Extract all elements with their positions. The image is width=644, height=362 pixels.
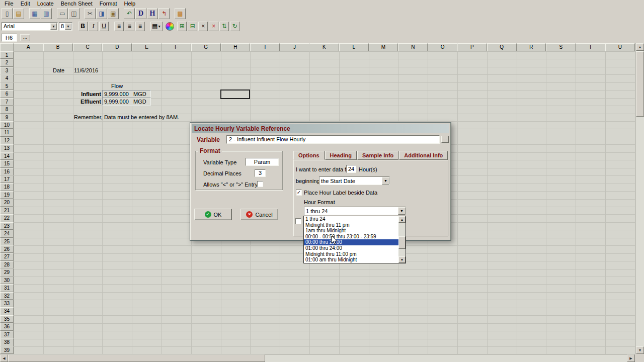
row-header[interactable]: 33	[0, 300, 14, 307]
scroll-right-icon[interactable]: ▶	[627, 354, 635, 362]
menu-edit[interactable]: Edit	[17, 1, 34, 7]
influent-label-cell[interactable]: Influent	[68, 90, 101, 98]
hour-format-select[interactable]: 1 thru 24 ▼	[304, 207, 406, 215]
column-header[interactable]: S	[546, 43, 576, 51]
scroll-down-icon[interactable]: ▼	[636, 346, 644, 354]
column-header[interactable]: E	[132, 43, 162, 51]
menu-locate[interactable]: Locate	[34, 1, 57, 7]
tab-options[interactable]: Options	[293, 151, 325, 160]
column-header[interactable]: Q	[487, 43, 517, 51]
toolbar-button[interactable]: ⇅	[219, 22, 229, 31]
row-header[interactable]: 9	[0, 114, 14, 121]
row-header[interactable]: 14	[0, 152, 14, 160]
toolbar-button[interactable]: ▣	[108, 8, 119, 19]
column-header[interactable]: A	[14, 43, 43, 51]
row-header[interactable]: 7	[0, 98, 14, 106]
chevron-down-icon[interactable]: ▼	[398, 207, 406, 215]
row-header[interactable]: 38	[0, 338, 14, 346]
toolbar-button[interactable]: ▥	[41, 8, 52, 19]
dropdown-scrollbar[interactable]: ▲ ▼	[398, 216, 406, 263]
menu-file[interactable]: File	[1, 1, 17, 7]
scroll-up-icon[interactable]: ▲	[636, 43, 644, 51]
column-header[interactable]: H	[221, 43, 251, 51]
row-header[interactable]: 4	[0, 74, 14, 82]
row-header[interactable]: 28	[0, 261, 14, 268]
toolbar-button[interactable]: ▯	[2, 8, 13, 19]
date-label-cell[interactable]: Date	[53, 67, 64, 74]
beginning-select[interactable]: the Start Date ▼	[319, 176, 390, 185]
toolbar-button[interactable]: ×	[198, 22, 208, 31]
tab-heading[interactable]: Heading	[325, 151, 357, 160]
italic-button[interactable]: I	[89, 22, 98, 31]
toolbar-button[interactable]: ✂	[85, 8, 96, 19]
hour-format-option[interactable]: 00:00 thru 23:00	[304, 239, 398, 245]
effluent-label-cell[interactable]: Effluent	[68, 98, 101, 106]
chevron-down-icon[interactable]: ▼	[50, 23, 57, 30]
underline-button[interactable]: U	[99, 22, 109, 31]
variable-input[interactable]: 2 - Influent Influent Flow Hourly	[226, 135, 440, 144]
column-header[interactable]: M	[369, 43, 398, 51]
dialog-titlebar[interactable]: Locate Hourly Variable Reference	[192, 124, 449, 133]
toolbar-button[interactable]: ▩	[175, 8, 186, 19]
column-header[interactable]: R	[517, 43, 546, 51]
chevron-down-icon[interactable]: ▼	[382, 177, 389, 185]
row-header[interactable]: 12	[0, 137, 14, 144]
row-header[interactable]: 17	[0, 175, 14, 183]
scroll-up-icon[interactable]: ▲	[398, 216, 406, 223]
date-value-cell[interactable]: 11/6/2016	[74, 67, 98, 74]
row-header[interactable]: 25	[0, 238, 14, 245]
hour-format-option[interactable]: 00:00 - 00:59 thru 23:00 - 23:59	[304, 234, 398, 240]
horizontal-scrollbar[interactable]: ◀ ▶	[0, 354, 635, 362]
row-header[interactable]: 34	[0, 307, 14, 315]
bold-button[interactable]: B	[78, 22, 88, 31]
row-header[interactable]: 35	[0, 315, 14, 323]
column-header[interactable]: T	[576, 43, 605, 51]
column-header[interactable]: K	[309, 43, 339, 51]
menu-bench-sheet[interactable]: Bench Sheet	[57, 1, 96, 7]
hour-format-option[interactable]: 1am thru Midnight	[304, 228, 398, 234]
row-header[interactable]: 8	[0, 106, 14, 113]
reminder-note-cell[interactable]: Remember, Data must be entered by 8AM.	[74, 114, 179, 121]
column-header[interactable]: U	[605, 43, 635, 51]
toolbar-button[interactable]: ↻	[230, 22, 239, 31]
row-header[interactable]: 20	[0, 199, 14, 206]
hours-field[interactable]: 24	[346, 165, 356, 173]
row-header[interactable]: 11	[0, 129, 14, 136]
tab-sample-info[interactable]: Sample Info	[357, 151, 398, 160]
toolbar-button[interactable]: ×	[209, 22, 218, 31]
column-header[interactable]: P	[457, 43, 487, 51]
row-header[interactable]: 15	[0, 160, 14, 167]
row-header[interactable]: 13	[0, 144, 14, 152]
row-header[interactable]: 10	[0, 121, 14, 129]
browse-variable-button[interactable]: ...	[441, 136, 449, 143]
toolbar-button[interactable]: ↶	[124, 8, 135, 19]
align-left-button[interactable]: ≡	[114, 22, 124, 31]
column-header[interactable]: J	[280, 43, 309, 51]
scroll-down-icon[interactable]: ▼	[398, 256, 406, 263]
font-size-select[interactable]: 8 ▼	[59, 22, 72, 31]
font-family-select[interactable]: Arial ▼	[2, 22, 58, 31]
allows-entry-checkbox[interactable]	[257, 181, 263, 187]
row-header[interactable]: 2	[0, 59, 14, 66]
row-header[interactable]: 5	[0, 82, 14, 90]
cancel-button[interactable]: × Cancel	[240, 209, 278, 220]
column-header[interactable]: N	[398, 43, 428, 51]
row-header[interactable]: 23	[0, 222, 14, 230]
hour-format-option[interactable]: Midnight thru 11 pm	[304, 222, 398, 228]
vertical-scrollbar[interactable]: ▲ ▼	[635, 43, 644, 354]
row-header[interactable]: 29	[0, 268, 14, 276]
variable-type-field[interactable]: Param	[246, 158, 279, 166]
ok-button[interactable]: ✓ OK	[194, 209, 232, 220]
vertical-scrollbar-thumb[interactable]	[636, 51, 644, 117]
row-header[interactable]: 24	[0, 230, 14, 237]
row-header[interactable]: 16	[0, 168, 14, 175]
expand-formula-button[interactable]: ...	[20, 34, 30, 41]
color-picker-button[interactable]	[166, 22, 174, 31]
toolbar-button[interactable]: ▤	[13, 8, 24, 19]
row-header[interactable]: 1	[0, 51, 14, 59]
flow-header-cell[interactable]: Flow	[102, 82, 132, 90]
borders-button[interactable]: ▦ ▼	[150, 22, 163, 31]
effluent-entry-cell[interactable]: 9,999.000 MGD	[102, 98, 151, 106]
hour-format-option[interactable]: 01:00 thru 24:00	[304, 245, 398, 251]
horizontal-scrollbar-thumb[interactable]	[8, 354, 265, 362]
